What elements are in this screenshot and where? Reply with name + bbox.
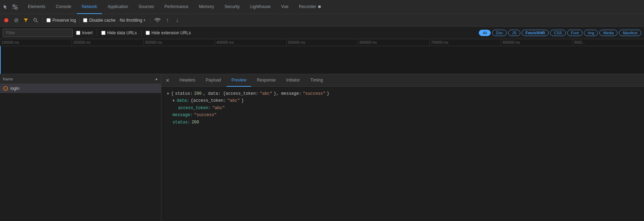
separator-f2 [141, 29, 141, 36]
tab-security[interactable]: Security [220, 0, 244, 14]
tab-headers[interactable]: Headers [175, 74, 200, 87]
tab-response[interactable]: Response [252, 74, 280, 87]
tab-initiator[interactable]: Initiator [281, 74, 305, 87]
chip-manifest[interactable]: Manifest [619, 30, 641, 36]
detail-panel: ✕ Headers Payload Preview Response Initi… [161, 74, 644, 221]
type-filter-chips: All Doc JS Fetch/XHR CSS Font Img Media … [479, 30, 641, 36]
filter-button[interactable] [22, 17, 29, 24]
svg-line-7 [36, 21, 38, 22]
inspector-icon[interactable] [12, 4, 18, 10]
chip-js[interactable]: JS [508, 30, 520, 36]
throttle-dropdown[interactable]: No throttling ▾ [118, 17, 147, 23]
hide-extension-urls-checkbox[interactable]: Hide extension URLs [146, 30, 191, 35]
network-conditions-button[interactable] [154, 17, 161, 24]
json-message-line: message: "success" [167, 112, 638, 119]
json-status-line: status: 200 [167, 119, 638, 126]
expand-icon-data[interactable]: ▼ [173, 98, 175, 104]
timeline-mark-3: 300000 ms [143, 39, 215, 46]
timeline-mark-2: 200000 ms [72, 39, 143, 46]
timeline-mark-5: 500000 ms [286, 39, 358, 46]
tab-timing[interactable]: Timing [306, 74, 328, 87]
search-button[interactable] [32, 17, 39, 24]
svg-rect-1 [15, 7, 17, 9]
tab-performance[interactable]: Performance [160, 0, 193, 14]
hide-data-urls-checkbox[interactable]: Hide data URLs [101, 30, 137, 35]
tab-elements[interactable]: Elements [23, 0, 50, 14]
tab-sources[interactable]: Sources [134, 0, 159, 14]
json-data-line[interactable]: ▼ data: {access_token: "abc" } [167, 97, 638, 104]
tab-lighthouse[interactable]: Lighthouse [245, 0, 276, 14]
list-item[interactable]: {} login [0, 84, 161, 93]
request-name: login [10, 86, 19, 91]
preserve-log-checkbox[interactable]: Preserve log [46, 18, 76, 23]
tab-preview[interactable]: Preview [227, 74, 251, 87]
filter-input[interactable] [3, 29, 73, 37]
tab-recorder[interactable]: Recorder ⏺ [294, 0, 327, 14]
separator-3 [150, 17, 151, 24]
name-column-header: Name [3, 77, 153, 81]
close-detail-button[interactable]: ✕ [164, 77, 171, 84]
preview-content: ▼ { status: 200 , data: {access_token: "… [161, 87, 644, 221]
upload-button[interactable]: ↑ [164, 17, 171, 24]
chip-css[interactable]: CSS [550, 30, 566, 36]
tab-network[interactable]: Network [77, 0, 102, 14]
timeline-mark-8: 800000 ms [501, 39, 572, 46]
chip-all[interactable]: All [479, 30, 491, 36]
sort-icon: ▲ [155, 77, 158, 81]
invert-checkbox[interactable]: Invert [76, 30, 93, 35]
svg-rect-0 [13, 5, 15, 7]
json-root-line[interactable]: ▼ { status: 200 , data: {access_token: "… [167, 90, 638, 97]
chip-fetch-xhr[interactable]: Fetch/XHR [522, 30, 549, 36]
tab-application[interactable]: Application [103, 0, 133, 14]
stop-recording-button[interactable] [3, 17, 10, 24]
timeline-body[interactable] [0, 46, 644, 74]
request-type-icon: {} [3, 86, 8, 91]
network-timeline: 100000 ms 200000 ms 300000 ms 400000 ms … [0, 39, 644, 74]
timeline-mark-4: 400000 ms [215, 39, 286, 46]
tab-vue[interactable]: Vue [276, 0, 293, 14]
separator-f1 [97, 29, 97, 36]
request-list-panel: Name ▲ {} login [0, 74, 161, 221]
timeline-mark-7: 700000 ms [429, 39, 501, 46]
request-list-body[interactable]: {} login [0, 84, 161, 221]
tab-bar: Elements Console Network Application Sou… [0, 0, 644, 14]
pointer-icon[interactable] [3, 4, 9, 10]
svg-text:{}: {} [4, 87, 7, 90]
detail-tabs-bar: ✕ Headers Payload Preview Response Initi… [161, 74, 644, 87]
chip-img[interactable]: Img [584, 30, 598, 36]
tab-memory[interactable]: Memory [194, 0, 219, 14]
clear-button[interactable]: ⊘ [13, 17, 20, 24]
tab-payload[interactable]: Payload [201, 74, 226, 87]
expand-icon-root[interactable]: ▼ [167, 91, 169, 97]
disable-cache-checkbox[interactable]: Disable cache [83, 18, 115, 23]
json-access-token-line: access_token: "abc" [167, 105, 638, 112]
devtools-icons [3, 4, 18, 10]
timeline-mark-6: 600000 ms [358, 39, 429, 46]
filter-bar: Invert Hide data URLs Hide extension URL… [0, 27, 644, 39]
separator-1 [43, 17, 43, 24]
chip-font[interactable]: Font [567, 30, 583, 36]
separator-2 [79, 17, 80, 24]
download-button[interactable]: ↓ [174, 17, 181, 24]
chip-media[interactable]: Media [599, 30, 617, 36]
svg-point-6 [34, 18, 37, 21]
list-header: Name ▲ [0, 74, 161, 84]
main-split: Name ▲ {} login ✕ Headers [0, 74, 644, 221]
chip-doc[interactable]: Doc [492, 30, 507, 36]
timeline-cursor [0, 46, 1, 74]
timeline-mark-1: 100000 ms [0, 39, 72, 46]
timeline-mark-9: 9000… [572, 39, 644, 46]
network-toolbar: ⊘ Preserve log Disable cache No throttli… [0, 14, 644, 27]
svg-point-4 [4, 18, 8, 22]
tab-console[interactable]: Console [51, 0, 76, 14]
svg-marker-5 [24, 19, 28, 22]
timeline-ruler: 100000 ms 200000 ms 300000 ms 400000 ms … [0, 39, 644, 46]
